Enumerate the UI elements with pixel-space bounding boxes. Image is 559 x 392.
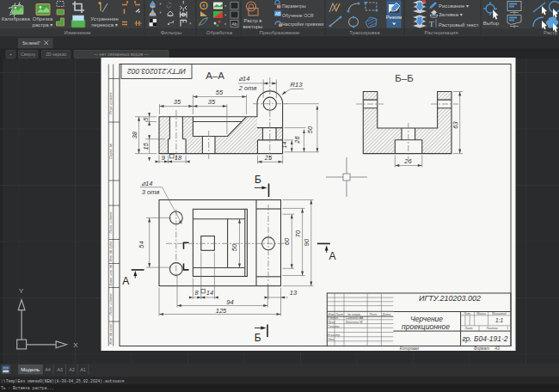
svg-text:Растровый текст: Растровый текст: [439, 22, 479, 28]
svg-text:Выбор: Выбор: [483, 21, 500, 26]
svg-text:14: 14: [281, 142, 287, 149]
svg-text:+: +: [9, 52, 12, 57]
svg-text:18: 18: [175, 154, 182, 162]
svg-text:Масса: Масса: [476, 312, 486, 315]
svg-text:125: 125: [216, 307, 227, 315]
svg-text:26: 26: [293, 136, 301, 144]
svg-text:⌀14: ⌀14: [239, 75, 250, 83]
svg-text:50: 50: [306, 126, 314, 133]
svg-text:Взам. инв. №: Взам. инв. №: [108, 264, 113, 285]
svg-text:Разраб.: Разраб.: [328, 316, 339, 320]
svg-text:Лист: Лист: [464, 327, 472, 330]
svg-text:Растеризация: Растеризация: [425, 30, 458, 35]
svg-text:перекоса ▾: перекоса ▾: [91, 22, 117, 28]
svg-text:Калибровка: Калибровка: [2, 16, 31, 21]
svg-text:70: 70: [294, 230, 302, 237]
svg-text:гр. Б04-191-2: гр. Б04-191-2: [462, 334, 507, 343]
svg-text:Б: Б: [255, 174, 261, 186]
svg-text:растра ▾: растра ▾: [33, 22, 53, 28]
svg-text:Т.контр.: Т.контр.: [328, 325, 341, 328]
svg-text::\Temp\Без имени0(NEW)(8-30-04: :\Temp\Без имени0(NEW)(8-30-04_25.02.202…: [1, 379, 125, 383]
svg-text:Устранение: Устранение: [90, 16, 119, 21]
svg-text:55: 55: [216, 89, 224, 96]
svg-text:Растр в: Растр в: [243, 18, 261, 23]
svg-text:15: 15: [142, 142, 150, 150]
svg-text:Заливка ▾: Заливка ▾: [439, 12, 463, 17]
svg-text:проекционное: проекционное: [402, 322, 450, 331]
svg-text:Трассировка: Трассировка: [349, 30, 380, 35]
svg-text:Обрезка: Обрезка: [33, 16, 53, 21]
svg-text:Подп. и дата: Подп. и дата: [108, 293, 113, 315]
svg-text:90: 90: [303, 238, 310, 246]
svg-text:А4: А4: [45, 367, 51, 372]
svg-text:Без имени0*: Без имени0*: [23, 40, 40, 46]
svg-text:Лит.: Лит.: [463, 312, 470, 315]
svg-text:Пров.: Пров.: [328, 321, 335, 324]
svg-text:Дата: Дата: [382, 313, 390, 316]
svg-text:Y: Y: [19, 287, 24, 295]
svg-text:Подп. и дата: Подп. и дата: [108, 211, 113, 234]
svg-text:Ть - Вставка растра...: Ть - Вставка растра...: [1, 386, 54, 390]
svg-text:Инв. № подл.: Инв. № подл.: [108, 323, 113, 345]
svg-text:Преобразование: Преобразование: [260, 30, 301, 35]
svg-text:ИГТУ.210203.002: ИГТУ.210203.002: [127, 67, 186, 76]
svg-text:Листов: Листов: [485, 327, 497, 330]
svg-text:А2: А2: [69, 367, 75, 372]
svg-text:Б: Б: [255, 332, 261, 344]
svg-text:54: 54: [138, 241, 145, 248]
svg-text:Ab: Ab: [231, 21, 237, 27]
svg-text:Черчение: Черчение: [410, 315, 443, 323]
svg-text:Симаков АА: Симаков АА: [346, 316, 364, 320]
svg-text:35: 35: [174, 98, 181, 106]
svg-text:ИГТУ.210203.002: ИГТУ.210203.002: [419, 294, 481, 303]
svg-text:Режим: Режим: [386, 15, 402, 20]
svg-text:А1: А1: [80, 367, 86, 372]
svg-text:А3: А3: [57, 367, 63, 372]
svg-text:Формат: Формат: [474, 346, 489, 351]
svg-text:2 отв: 2 отв: [238, 84, 257, 92]
svg-text:А: А: [329, 250, 335, 262]
svg-text:Модель: Модель: [21, 367, 40, 372]
svg-text:1: 1: [507, 327, 508, 330]
svg-text:T: T: [429, 20, 434, 28]
svg-text:А: А: [122, 275, 129, 287]
svg-text:Настройки привязки: Настройки привязки: [282, 21, 324, 27]
svg-text:Масштаб: Масштаб: [492, 312, 507, 315]
svg-text:⌀14: ⌀14: [142, 180, 153, 187]
svg-text:3 отв: 3 отв: [142, 188, 160, 196]
svg-text:60: 60: [283, 237, 291, 245]
svg-text:R13: R13: [291, 81, 304, 89]
svg-text:38: 38: [132, 131, 139, 138]
svg-text:26: 26: [403, 157, 412, 165]
svg-text:Утв.: Утв.: [328, 338, 335, 341]
svg-text:25: 25: [264, 154, 273, 162]
svg-text:Фильтры: Фильтры: [161, 30, 181, 35]
svg-text:50: 50: [230, 243, 238, 251]
svg-text:Smirnova W: Smirnova W: [346, 321, 363, 324]
svg-text:13: 13: [290, 289, 298, 297]
svg-text:94: 94: [226, 298, 233, 306]
svg-text:14: 14: [206, 289, 213, 297]
svg-text:35: 35: [208, 98, 216, 106]
svg-text:2D каркас: 2D каркас: [46, 52, 66, 57]
svg-text:Сверху: Сверху: [21, 52, 36, 57]
svg-text:— нет связанных видов —: — нет связанных видов —: [94, 52, 150, 57]
svg-text:векторы: векторы: [243, 24, 263, 29]
svg-text:Обучение OCR: Обучение OCR: [282, 13, 314, 18]
svg-text:Справ. №: Справ. №: [108, 143, 113, 159]
svg-text:Подп.: Подп.: [370, 313, 378, 316]
svg-text:63: 63: [452, 121, 459, 129]
svg-text:Обработка: Обработка: [206, 30, 233, 35]
svg-text:1:1: 1:1: [495, 317, 503, 323]
svg-text:Н.контр.: Н.контр.: [328, 334, 341, 337]
svg-text:Параметры: Параметры: [282, 3, 306, 9]
svg-text:Инв. № дубл.: Инв. № дубл.: [108, 241, 113, 262]
svg-text:Б–Б: Б–Б: [395, 73, 414, 83]
svg-text:А–А: А–А: [206, 70, 224, 81]
svg-text:AB: AB: [275, 12, 280, 16]
svg-text:Изменение: Изменение: [64, 30, 91, 35]
svg-text:Рисование ▾: Рисование ▾: [439, 3, 469, 9]
svg-text:Копировал: Копировал: [400, 346, 420, 351]
svg-text:X: X: [73, 341, 78, 349]
svg-text:А3: А3: [494, 346, 500, 351]
